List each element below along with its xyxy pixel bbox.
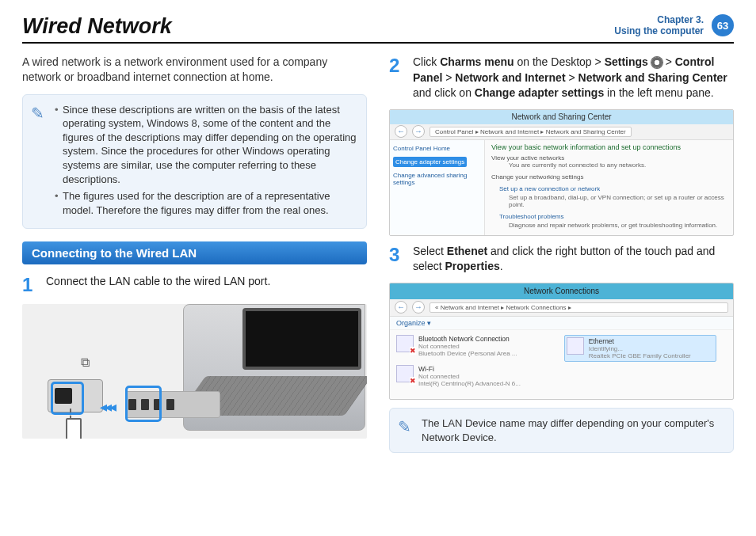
connection-item-wifi[interactable]: Wi-Fi Not connected Intel(R) Centrino(R)… [396,365,548,387]
note-text: The LAN Device name may differ depending… [422,417,714,443]
connection-item-bluetooth[interactable]: Bluetooth Network Connection Not connect… [396,335,548,362]
note-box: ✎ Since these descriptions are written o… [22,94,367,229]
back-button[interactable]: ← [395,301,407,314]
breadcrumb[interactable]: « Network and Internet ▸ Network Connect… [430,302,728,313]
organize-menu[interactable]: Organize ▾ [390,317,733,330]
network-icon: ⧉ [76,355,94,373]
forward-button[interactable]: → [412,125,425,138]
arrow-icon: ◂◂◂ [100,398,114,416]
sidebar-link[interactable]: Control Panel Home [393,145,481,152]
left-column: A wired network is a network environment… [22,55,367,466]
step-1: 1 Connect the LAN cable to the wired LAN… [22,274,367,296]
note-bullet: Since these descriptions are written on … [55,103,357,186]
pencil-note-icon: ✎ [398,416,411,438]
main-panel: View your basic network information and … [485,140,733,235]
right-column: 2 Click Charms menu on the Desktop > Set… [389,55,734,466]
step-number: 1 [22,274,38,296]
link[interactable]: Set up a new connection or network [499,185,600,192]
step-text: Click Charms menu on the Desktop > Setti… [413,55,734,101]
sidebar-link[interactable]: Change advanced sharing settings [393,172,481,186]
window-title: Network and Sharing Center [390,110,733,124]
window-title: Network Connections [390,283,733,299]
status-text: You are currently not connected to any n… [509,162,727,169]
label: View your active networks [491,154,727,162]
panel-heading: View your basic network information and … [491,143,727,151]
section-heading: Connecting to the Wired LAN [22,241,367,264]
network-adapter-icon [396,365,414,382]
nav-bar: ← → Control Panel ▸ Network and Internet… [390,124,733,140]
chapter-line1: Chapter 3. [614,14,704,25]
connection-item-ethernet[interactable]: Ethernet Identifying... Realtek PCIe GBE… [564,335,716,362]
settings-gear-icon [651,57,662,68]
breadcrumb[interactable]: Control Panel ▸ Network and Internet ▸ N… [430,127,632,137]
sidebar-link-selected[interactable]: Change adapter settings [393,157,467,167]
page-header: Wired Network Chapter 3. Using the compu… [22,14,734,44]
note-bullet: The figures used for the description are… [55,189,357,217]
page-title: Wired Network [22,14,172,39]
nav-bar: ← → « Network and Internet ▸ Network Con… [390,299,733,317]
note-box: ✎ The LAN Device name may differ dependi… [389,408,734,453]
forward-button[interactable]: → [412,301,425,314]
chapter-line2: Using the computer [614,25,704,36]
step-3: 3 Select Ethenet and click the right but… [389,244,734,275]
label: Change your networking settings [491,173,727,181]
back-button[interactable]: ← [395,125,407,138]
figure-network-sharing-center: Network and Sharing Center ← → Control P… [389,109,734,236]
step-text: Connect the LAN cable to the wired LAN p… [46,274,270,296]
side-panel: Control Panel Home Change adapter settin… [390,140,485,235]
network-adapter-icon [567,337,584,355]
step-2: 2 Click Charms menu on the Desktop > Set… [389,55,734,101]
highlight-marker [125,386,162,422]
page-number-badge: 63 [712,14,734,36]
link[interactable]: Troubleshoot problems [499,213,564,220]
figure-network-connections: Network Connections ← → « Network and In… [389,283,734,400]
description: Set up a broadband, dial-up, or VPN conn… [509,194,727,208]
pencil-note-icon: ✎ [31,103,44,124]
step-number: 3 [389,244,405,275]
network-adapter-icon [396,335,414,352]
chapter-info: Chapter 3. Using the computer 63 [614,14,734,37]
description: Diagnose and repair network problems, or… [509,222,727,229]
figure-lan-port: ⧉ ◂◂◂ [22,304,367,439]
step-number: 2 [389,55,405,101]
lan-plug-icon [66,418,82,439]
highlight-marker [51,382,84,415]
step-text: Select Ethenet and click the right butto… [413,244,734,275]
intro-text: A wired network is a network environment… [22,55,367,85]
